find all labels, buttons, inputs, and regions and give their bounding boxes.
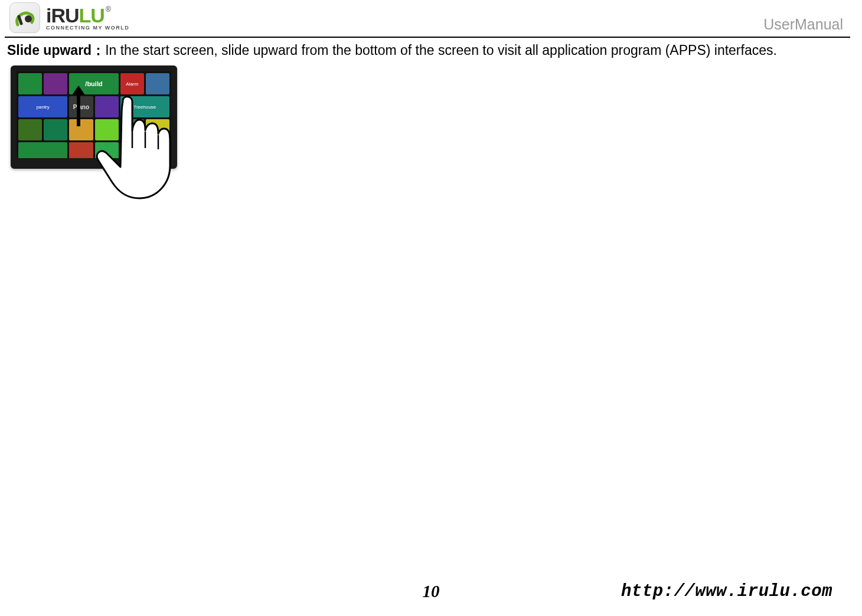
- page: i RU LU ® CONNECTING MY WORLD UserManual…: [0, 0, 862, 616]
- page-footer: 10 http://www.irulu.com: [0, 582, 862, 605]
- tile-treehouse: Treehouse: [120, 96, 169, 117]
- tile: [95, 96, 119, 117]
- tablet-frame: /build Alarm pantry Piano Treehouse Wiki…: [11, 65, 177, 169]
- instruction-rest: In the start screen, slide upward from t…: [105, 42, 777, 58]
- instruction-paragraph: Slide upward：In the start screen, slide …: [5, 41, 850, 60]
- swipe-up-arrow-icon: [70, 82, 87, 129]
- page-number: 10: [423, 582, 440, 601]
- brand-tagline: CONNECTING MY WORLD: [46, 25, 129, 31]
- brand-i: i: [46, 5, 51, 25]
- tile: [95, 119, 119, 140]
- tile-wikipedia: Wikipedia: [120, 119, 144, 140]
- tile: [95, 142, 119, 163]
- tile: [146, 73, 169, 94]
- svg-point-0: [25, 15, 32, 22]
- tile: [146, 119, 169, 140]
- tile: [18, 73, 42, 94]
- tile: [69, 142, 93, 163]
- brand-text: i RU LU ® CONNECTING MY WORLD: [46, 5, 129, 31]
- tile-grid: /build Alarm pantry Piano Treehouse Wiki…: [17, 71, 171, 158]
- brand-logo: i RU LU ® CONNECTING MY WORLD: [5, 2, 129, 33]
- brand-ru: RU: [51, 5, 79, 25]
- tile: [18, 119, 42, 140]
- page-header: i RU LU ® CONNECTING MY WORLD UserManual: [5, 2, 850, 38]
- tile-alarm: Alarm: [120, 73, 144, 94]
- trademark-icon: ®: [106, 6, 110, 13]
- logo-icon: [9, 2, 40, 33]
- brand-name: i RU LU ®: [46, 5, 129, 25]
- tile: [18, 142, 67, 163]
- tile: [44, 73, 67, 94]
- gesture-illustration: /build Alarm pantry Piano Treehouse Wiki…: [11, 65, 177, 198]
- footer-url: http://www.irulu.com: [621, 582, 832, 601]
- instruction-lead: Slide upward：: [7, 42, 105, 58]
- tile-pantry: pantry: [18, 96, 67, 117]
- document-title: UserManual: [763, 16, 850, 35]
- tile: [44, 119, 67, 140]
- brand-lu: LU: [79, 5, 105, 25]
